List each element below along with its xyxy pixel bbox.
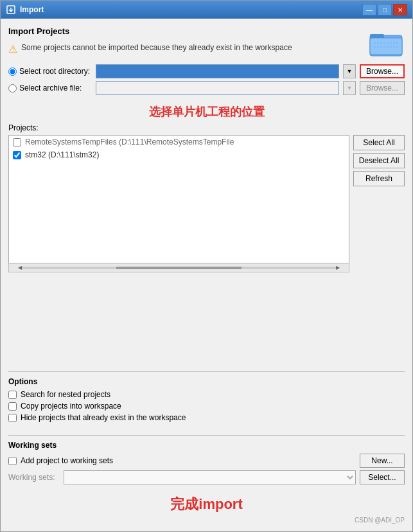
add-working-sets-label: Add project to working sets (21, 456, 113, 465)
section-title: Import Projects (8, 26, 360, 36)
options-section: Options Search for nested projects Copy … (8, 377, 405, 425)
divider-2 (8, 435, 405, 436)
title-bar-left: Import (6, 4, 44, 15)
side-buttons: Select All Deselect All Refresh (353, 135, 405, 361)
footer-annotation: 完成import (8, 495, 405, 514)
form-annotation: 选择单片机工程的位置 (8, 104, 405, 120)
divider-1 (8, 371, 405, 372)
scroll-right-icon[interactable]: ▶ (336, 265, 340, 270)
option-checkbox-2[interactable] (8, 414, 17, 422)
option-item-2: Hide projects that already exist in the … (8, 413, 405, 422)
watermark: CSDN @ADI_OP (8, 517, 405, 524)
root-directory-row: Select root directory: D:\111 ▼ Browse..… (8, 64, 405, 78)
browse-archive-button[interactable]: Browse... (360, 81, 405, 95)
import-dialog: Import — □ ✕ Import Projects ⚠ Some proj… (0, 0, 413, 532)
select-working-set-button[interactable]: Select... (360, 470, 405, 484)
options-title: Options (8, 377, 405, 386)
root-directory-label: Select root directory: (8, 67, 92, 76)
projects-label: Projects: (8, 123, 405, 132)
archive-file-label: Select archive file: (8, 84, 92, 93)
archive-file-row: Select archive file: ▼ Browse... (8, 81, 405, 95)
content-area: Import Projects ⚠ Some projects cannot b… (1, 19, 412, 531)
title-text: Import (20, 5, 44, 14)
scroll-track (22, 267, 336, 269)
working-sets-label: Working sets: (8, 473, 60, 482)
title-bar: Import — □ ✕ (1, 1, 412, 19)
working-sets-title: Working sets (8, 441, 405, 450)
project-checkbox-1[interactable] (13, 151, 21, 159)
folder-illustration (369, 26, 405, 57)
horizontal-scrollbar[interactable]: ◀ ▶ (8, 263, 349, 272)
select-all-button[interactable]: Select All (353, 135, 405, 150)
archive-dropdown[interactable]: ▼ (343, 81, 356, 95)
working-sets-section: Working sets Add project to working sets… (8, 441, 405, 484)
maximize-button[interactable]: □ (378, 4, 392, 15)
warning-text: Some projects cannot be imported because… (21, 42, 292, 53)
browse-root-button[interactable]: Browse... (360, 64, 405, 78)
option-item-0: Search for nested projects (8, 390, 405, 399)
root-directory-radio[interactable] (8, 67, 17, 76)
add-working-sets-row: Add project to working sets New... (8, 454, 405, 468)
option-checkbox-0[interactable] (8, 391, 17, 399)
title-controls: — □ ✕ (362, 4, 407, 15)
deselect-all-button[interactable]: Deselect All (353, 153, 405, 168)
list-item[interactable]: stm32 (D:\111\stm32) (9, 148, 349, 161)
project-checkbox-0[interactable] (13, 138, 21, 146)
working-sets-select[interactable] (64, 470, 356, 484)
scroll-thumb (116, 267, 242, 269)
close-button[interactable]: ✕ (393, 4, 407, 15)
option-checkbox-1[interactable] (8, 402, 17, 411)
warning-icon: ⚠ (8, 43, 17, 55)
svg-rect-3 (370, 38, 402, 55)
add-working-sets-checkbox[interactable] (8, 457, 17, 465)
projects-list-wrapper: RemoteSystemsTempFiles (D:\111\RemoteSys… (8, 135, 349, 361)
warning-box: ⚠ Some projects cannot be imported becau… (8, 40, 360, 58)
root-directory-dropdown[interactable]: ▼ (343, 64, 356, 78)
root-directory-input[interactable]: D:\111 (96, 64, 339, 78)
import-icon (6, 4, 16, 15)
new-working-set-button[interactable]: New... (360, 454, 405, 468)
option-item-1: Copy projects into workspace (8, 402, 405, 411)
working-sets-label-row: Working sets: Select... (8, 470, 405, 484)
refresh-button[interactable]: Refresh (353, 171, 405, 186)
minimize-button[interactable]: — (362, 4, 376, 15)
form-area: Select root directory: D:\111 ▼ Browse..… (8, 64, 405, 98)
projects-area: RemoteSystemsTempFiles (D:\111\RemoteSys… (8, 135, 405, 361)
list-item[interactable]: RemoteSystemsTempFiles (D:\111\RemoteSys… (9, 136, 349, 148)
projects-list[interactable]: RemoteSystemsTempFiles (D:\111\RemoteSys… (8, 135, 349, 263)
archive-file-input[interactable] (96, 81, 339, 95)
archive-file-radio[interactable] (8, 84, 17, 93)
